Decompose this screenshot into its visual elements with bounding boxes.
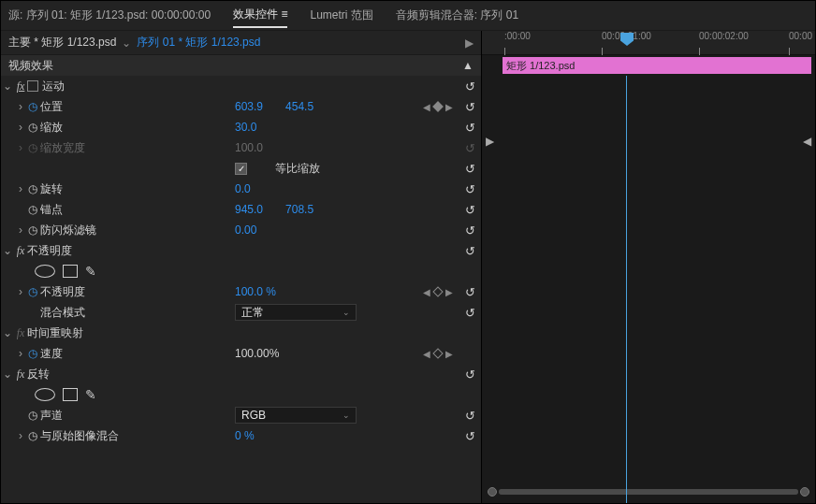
zoom-thumb[interactable] — [499, 489, 798, 495]
tab-effect-controls[interactable]: 效果控件 ≡ — [233, 3, 287, 28]
twirl-icon[interactable]: › — [14, 100, 27, 113]
twirl-icon[interactable]: ⌄ — [1, 244, 14, 257]
timeline-prev-icon[interactable]: ▶ — [486, 135, 494, 148]
timeline-area[interactable]: ▶ ◀ — [482, 76, 815, 503]
reset-icon[interactable]: ↺ — [465, 285, 475, 299]
stopwatch-icon[interactable]: ◷ — [27, 285, 38, 298]
twirl-icon[interactable]: ⌄ — [1, 79, 14, 93]
next-kf-icon[interactable]: ▶ — [445, 102, 453, 112]
uniform-checkbox[interactable]: ✓ — [235, 163, 247, 175]
stopwatch-icon[interactable]: ◷ — [27, 409, 38, 422]
rect-mask-icon[interactable] — [63, 265, 78, 278]
pen-mask-icon[interactable]: ✎ — [85, 264, 96, 279]
speed-value[interactable]: 100.00% — [235, 347, 279, 360]
next-kf-icon[interactable]: ▶ — [445, 349, 453, 359]
add-kf-icon[interactable] — [432, 286, 443, 296]
crumb-sequence[interactable]: 序列 01 * 矩形 1/123.psd — [137, 35, 260, 50]
reset-icon[interactable]: ↺ — [465, 162, 475, 176]
timeline-ruler[interactable]: :00:00 00:00:01:00 00:00:02:00 00:00 — [482, 31, 815, 55]
position-y[interactable]: 454.5 — [285, 100, 313, 113]
ellipse-mask-icon[interactable] — [35, 265, 55, 278]
fx-badge[interactable]: fx — [14, 244, 27, 258]
rotation-value[interactable]: 0.0 — [235, 182, 251, 195]
flicker-value[interactable]: 0.00 — [235, 223, 256, 237]
stopwatch-icon[interactable]: ◷ — [27, 347, 38, 360]
fx-badge[interactable]: fx — [14, 326, 27, 340]
prop-flicker[interactable]: ·› ◷ 防闪烁滤镜 0.00 ↺ — [1, 220, 481, 240]
effect-invert[interactable]: ⌄ fx 反转 ↺ — [1, 364, 481, 384]
prop-anchor[interactable]: ·· ◷ 锚点 945.0 708.5 ↺ — [1, 199, 481, 220]
anchor-x[interactable]: 945.0 — [235, 203, 263, 216]
twirl-icon[interactable]: › — [14, 121, 27, 134]
prev-kf-icon[interactable]: ◀ — [423, 349, 430, 359]
stopwatch-icon[interactable]: ◷ — [27, 121, 38, 134]
position-x[interactable]: 603.9 — [235, 100, 263, 113]
clip-bar[interactable]: 矩形 1/123.psd — [503, 57, 811, 74]
prev-kf-icon[interactable]: ◀ — [423, 287, 430, 297]
effect-opacity[interactable]: ⌄ fx 不透明度 ↺ — [1, 240, 481, 261]
next-kf-icon[interactable]: ▶ — [445, 287, 453, 297]
tab-source[interactable]: 源: 序列 01: 矩形 1/123.psd: 00:00:00:00 — [8, 4, 211, 27]
reset-icon[interactable]: ↺ — [465, 244, 475, 258]
crumb-master[interactable]: 主要 * 矩形 1/123.psd — [8, 35, 116, 50]
reset-icon[interactable]: ↺ — [465, 121, 475, 135]
tab-lumetri[interactable]: Lumetri 范围 — [310, 4, 372, 27]
add-kf-icon[interactable] — [432, 101, 443, 111]
scale-value[interactable]: 30.0 — [235, 121, 256, 134]
play-icon[interactable]: ▶ — [465, 36, 474, 50]
zoom-handle-right[interactable] — [800, 487, 809, 497]
prop-scale[interactable]: ·› ◷ 缩放 30.0 ↺ — [1, 117, 481, 137]
timeline-next-icon[interactable]: ◀ — [803, 135, 811, 148]
opacity-value[interactable]: 100.0 % — [235, 285, 276, 298]
reset-icon[interactable]: ↺ — [465, 429, 475, 443]
prop-opacity[interactable]: ·› ◷ 不透明度 100.0 % ◀▶ ↺ — [1, 281, 481, 302]
effect-toggle[interactable] — [27, 80, 38, 92]
stopwatch-icon[interactable]: ◷ — [27, 203, 38, 216]
twirl-icon[interactable]: › — [14, 182, 27, 195]
rect-mask-icon[interactable] — [63, 388, 78, 401]
playhead-icon[interactable] — [620, 33, 634, 46]
fx-badge[interactable]: fx — [14, 79, 27, 94]
reset-icon[interactable]: ↺ — [465, 203, 475, 217]
toggle-track-icon[interactable]: ▲ — [462, 59, 474, 72]
prop-speed[interactable]: ·› ◷ 速度 100.00% ◀▶ — [1, 343, 481, 364]
stopwatch-icon[interactable]: ◷ — [27, 100, 38, 113]
twirl-icon[interactable]: › — [14, 285, 27, 298]
pen-mask-icon[interactable]: ✎ — [85, 387, 96, 402]
effect-motion[interactable]: ⌄ fx 运动 ↺ — [1, 76, 481, 96]
twirl-icon[interactable]: › — [14, 347, 27, 360]
ellipse-mask-icon[interactable] — [35, 388, 55, 401]
anchor-y[interactable]: 708.5 — [285, 203, 313, 216]
add-kf-icon[interactable] — [432, 348, 443, 358]
reset-icon[interactable]: ↺ — [465, 409, 475, 423]
prop-rotation[interactable]: ·› ◷ 旋转 0.0 ↺ — [1, 179, 481, 199]
stopwatch-icon[interactable]: ◷ — [27, 182, 38, 195]
tab-audio-mixer[interactable]: 音频剪辑混合器: 序列 01 — [396, 4, 518, 27]
stopwatch-icon[interactable]: ◷ — [27, 223, 38, 237]
twirl-icon[interactable]: ⌄ — [1, 367, 14, 381]
reset-icon[interactable]: ↺ — [465, 223, 475, 238]
reset-icon[interactable]: ↺ — [465, 306, 475, 320]
effect-time-remap[interactable]: ⌄ fx 时间重映射 — [1, 323, 481, 343]
twirl-icon[interactable]: › — [14, 223, 27, 237]
twirl-icon[interactable]: ⌄ — [1, 326, 14, 339]
reset-icon[interactable]: ↺ — [465, 79, 475, 94]
reset-icon[interactable]: ↺ — [465, 182, 475, 196]
blend-mode-dropdown[interactable]: 正常 ⌄ — [235, 304, 357, 321]
reset-icon[interactable]: ↺ — [465, 367, 475, 382]
prop-uniform-scale[interactable]: ✓ 等比缩放 ↺ — [1, 158, 481, 179]
stopwatch-icon: ◷ — [27, 141, 38, 154]
prop-position[interactable]: ·› ◷ 位置 603.9 454.5 ◀▶ ↺ — [1, 96, 481, 117]
prop-blend-original[interactable]: ·› ◷ 与原始图像混合 0 % ↺ — [1, 425, 481, 446]
zoom-handle-left[interactable] — [488, 487, 497, 497]
fx-badge[interactable]: fx — [14, 367, 27, 382]
prev-kf-icon[interactable]: ◀ — [423, 102, 430, 112]
blend-original-value[interactable]: 0 % — [235, 429, 255, 442]
stopwatch-icon[interactable]: ◷ — [27, 429, 38, 442]
channel-dropdown[interactable]: RGB ⌄ — [235, 407, 357, 424]
twirl-icon[interactable]: › — [14, 429, 27, 442]
zoom-scrollbar[interactable] — [488, 486, 809, 497]
prop-blend-mode[interactable]: ··· 混合模式 正常 ⌄ ↺ — [1, 302, 481, 323]
prop-channel[interactable]: ·· ◷ 声道 RGB ⌄ ↺ — [1, 405, 481, 425]
reset-icon[interactable]: ↺ — [465, 100, 475, 114]
